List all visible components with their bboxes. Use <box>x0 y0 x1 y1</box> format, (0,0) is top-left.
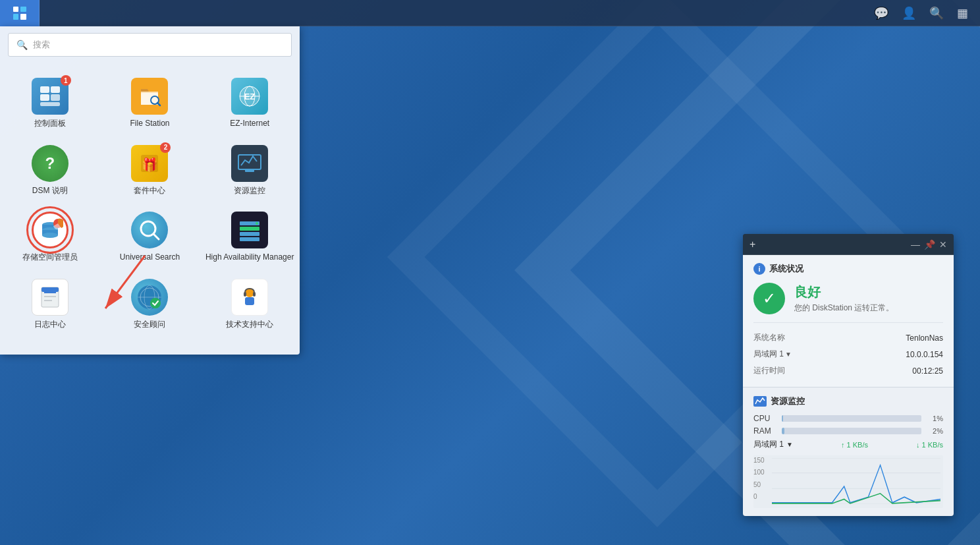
app-item-universal-search[interactable]: Universal Search <box>100 202 200 270</box>
app-item-tech-support[interactable]: 技术支持中心 <box>200 270 300 337</box>
tech-support-icon <box>231 279 268 316</box>
app-item-dsm-help[interactable]: ? DSM 说明 <box>0 136 100 203</box>
resource-title-row: 资源监控 <box>753 395 943 407</box>
network-value: 10.0.0.154 <box>906 350 943 359</box>
widget-add-button[interactable]: + <box>749 239 755 250</box>
cpu-bar-bg <box>782 415 921 422</box>
svg-line-7 <box>157 103 160 105</box>
network-speed-label[interactable]: 局域网 1 ▼ <box>753 439 793 450</box>
svg-rect-3 <box>51 94 60 101</box>
taskbar: 💬 👤 🔍 ▦ <box>0 0 980 26</box>
network-row: 局域网 1 ▼ 10.0.0.154 <box>753 346 943 362</box>
widget-pin-button[interactable]: 📌 <box>924 239 935 250</box>
svg-rect-26 <box>240 232 259 236</box>
file-station-icon <box>131 78 168 115</box>
svg-point-29 <box>256 227 258 230</box>
cpu-row: CPU 1% <box>753 414 943 423</box>
cpu-bar-fill <box>782 415 783 422</box>
app-item-security-advisor[interactable]: 安全顾问 <box>100 270 200 337</box>
security-advisor-icon-wrapper <box>131 279 168 316</box>
svg-rect-0 <box>40 86 49 93</box>
package-center-label: 套件中心 <box>134 186 165 196</box>
resource-monitor-section: 资源监控 CPU 1% RAM 2% 局域网 1 ▼ <box>743 387 954 516</box>
system-status-title: 系统状况 <box>769 263 803 275</box>
menu-icon[interactable]: ▦ <box>953 3 972 23</box>
user-icon[interactable]: 👤 <box>898 3 920 23</box>
universal-search-icon <box>131 212 168 248</box>
widget-close-button[interactable]: ✕ <box>939 239 947 250</box>
app-item-file-station[interactable]: File Station <box>100 69 200 136</box>
high-availability-icon-wrapper <box>231 212 268 248</box>
app-item-resource-monitor[interactable]: 资源监控 <box>200 136 300 203</box>
file-station-label: File Station <box>130 119 169 129</box>
search-input[interactable]: 搜索 <box>33 39 283 51</box>
app-launcher-menu: 🔍 搜索 1 控 <box>0 26 300 355</box>
widget-controls: — 📌 ✕ <box>911 239 947 250</box>
chart-label-0: 0 <box>753 493 765 500</box>
chart-label-100: 100 <box>753 469 765 476</box>
system-widget: + — 📌 ✕ i 系统状况 ✓ 良好 您的 DiskStation 运转正常。 <box>743 234 954 516</box>
svg-rect-34 <box>41 287 59 292</box>
svg-rect-1 <box>51 86 60 93</box>
svg-point-28 <box>256 222 258 225</box>
status-text-area: 良好 您的 DiskStation 运转正常。 <box>794 283 894 314</box>
high-availability-icon <box>231 212 268 248</box>
cpu-pct: 1% <box>927 415 943 422</box>
svg-line-23 <box>153 234 159 239</box>
status-details: 系统名称 TenlonNas 局域网 1 ▼ 10.0.0.154 运行时间 0… <box>753 322 943 379</box>
log-center-icon <box>32 279 68 316</box>
app-item-control-panel[interactable]: 1 控制面板 <box>0 69 100 136</box>
upload-speed: ↑ 1 KB/s <box>841 441 868 449</box>
svg-rect-4 <box>40 102 60 106</box>
hostname-row: 系统名称 TenlonNas <box>753 330 943 346</box>
package-center-icon-wrapper: 🎁 2 <box>131 145 168 182</box>
svg-rect-41 <box>245 297 254 305</box>
storage-manager-icon-wrapper <box>32 212 68 248</box>
hostname-label: 系统名称 <box>753 332 785 343</box>
widget-titlebar: + — 📌 ✕ <box>743 234 954 255</box>
resource-monitor-icon-wrapper <box>231 145 268 182</box>
app-item-package-center[interactable]: 🎁 2 套件中心 <box>100 136 200 203</box>
taskbar-left <box>0 0 40 26</box>
app-item-high-availability[interactable]: High Availability Manager <box>200 202 300 270</box>
ram-label: RAM <box>753 426 776 436</box>
svg-rect-43 <box>253 292 256 297</box>
security-advisor-label: 安全顾问 <box>134 320 165 330</box>
app-grid: 1 控制面板 <box>0 63 300 341</box>
chat-icon[interactable]: 💬 <box>870 3 892 23</box>
ez-internet-label: EZ-Internet <box>230 119 269 129</box>
network-speed-name: 局域网 1 <box>753 439 784 450</box>
search-icon[interactable]: 🔍 <box>925 3 948 23</box>
tech-support-label: 技术支持中心 <box>226 320 273 330</box>
ram-bar-bg <box>782 428 921 434</box>
cpu-label: CPU <box>753 414 776 423</box>
app-item-storage-manager[interactable]: 存储空间管理员 <box>0 202 100 270</box>
chart-label-150: 150 <box>753 457 765 464</box>
resource-title: 资源监控 <box>771 395 805 407</box>
dsm-help-icon: ? <box>32 145 68 182</box>
resource-monitor-label: 资源监控 <box>234 186 265 196</box>
uptime-label: 运行时间 <box>753 365 785 376</box>
search-bar-icon: 🔍 <box>16 40 28 50</box>
search-bar[interactable]: 🔍 搜索 <box>8 33 292 57</box>
ez-internet-icon-wrapper: EZ <box>231 78 268 115</box>
network-dropdown-icon: ▼ <box>786 441 793 448</box>
chart-svg <box>772 458 940 504</box>
ram-bar-fill <box>782 428 784 434</box>
network-speed-row: 局域网 1 ▼ ↑ 1 KB/s ↓ 1 KB/s <box>753 439 943 450</box>
file-station-icon-wrapper <box>131 78 168 115</box>
svg-rect-27 <box>240 237 259 241</box>
widget-minimize-button[interactable]: — <box>911 239 920 250</box>
chart-label-50: 50 <box>753 481 765 488</box>
network-dropdown[interactable]: 局域网 1 ▼ <box>753 349 792 360</box>
uptime-value: 00:12:25 <box>912 366 943 376</box>
svg-rect-5 <box>141 93 158 105</box>
svg-point-20 <box>42 233 58 238</box>
app-item-log-center[interactable]: 日志中心 <box>0 270 100 337</box>
start-button[interactable] <box>0 0 40 26</box>
ram-row: RAM 2% <box>753 426 943 436</box>
resource-monitor-widget-icon <box>753 396 767 407</box>
storage-manager-icon <box>32 212 68 248</box>
app-item-ez-internet[interactable]: EZ EZ-Internet <box>200 69 300 136</box>
status-good-area: ✓ 良好 您的 DiskStation 运转正常。 <box>753 283 943 314</box>
